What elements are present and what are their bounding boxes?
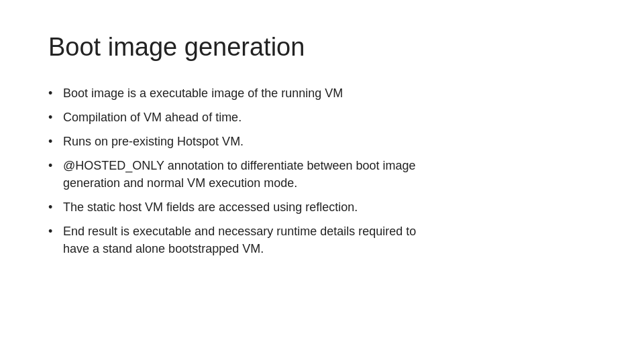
bullet-text: Compilation of VM ahead of time. bbox=[63, 109, 596, 126]
bullet-dot: • bbox=[48, 157, 63, 174]
bullet-dot: • bbox=[48, 198, 63, 216]
bullet-line2: generation and normal VM execution mode. bbox=[63, 174, 596, 192]
bullet-line2: have a stand alone bootstrapped VM. bbox=[63, 240, 596, 257]
list-item: • Boot image is a executable image of th… bbox=[48, 84, 596, 102]
bullet-dot: • bbox=[48, 109, 63, 126]
bullet-line1: @HOSTED_ONLY annotation to differentiate… bbox=[63, 159, 416, 172]
list-item: • End result is executable and necessary… bbox=[48, 223, 596, 257]
list-item: • @HOSTED_ONLY annotation to differentia… bbox=[48, 157, 596, 192]
list-item: • The static host VM fields are accessed… bbox=[48, 198, 596, 216]
bullet-list: • Boot image is a executable image of th… bbox=[48, 84, 596, 258]
bullet-dot: • bbox=[48, 84, 63, 102]
bullet-text: End result is executable and necessary r… bbox=[63, 223, 596, 257]
list-item: • Runs on pre-existing Hotspot VM. bbox=[48, 133, 596, 150]
bullet-text: Boot image is a executable image of the … bbox=[63, 84, 596, 102]
bullet-line1: End result is executable and necessary r… bbox=[63, 225, 416, 238]
bullet-text: The static host VM fields are accessed u… bbox=[63, 198, 596, 216]
slide-title: Boot image generation bbox=[48, 32, 596, 63]
bullet-text: Runs on pre-existing Hotspot VM. bbox=[63, 133, 596, 150]
bullet-dot: • bbox=[48, 223, 63, 240]
list-item: • Compilation of VM ahead of time. bbox=[48, 109, 596, 126]
slide: Boot image generation • Boot image is a … bbox=[0, 0, 644, 362]
bullet-text: @HOSTED_ONLY annotation to differentiate… bbox=[63, 157, 596, 192]
bullet-dot: • bbox=[48, 133, 63, 150]
